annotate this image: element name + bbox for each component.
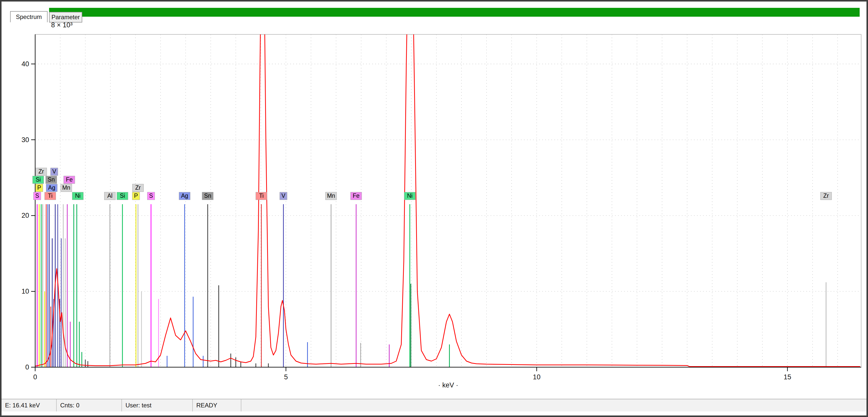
element-label: Si [120, 192, 125, 199]
app-window: 051015010203040· keV ·STiNiPAgMnSiSnFeZr… [0, 0, 868, 417]
element-label: Ni [407, 192, 413, 199]
element-label: S [35, 192, 39, 199]
y-tick-label: 10 [22, 288, 29, 295]
element-label: S [149, 192, 153, 199]
element-label: P [37, 184, 41, 191]
tab-parameter-label: Parameter [51, 14, 80, 21]
y-scale-label: 8 × 10³ [51, 21, 72, 29]
element-label: Si [36, 176, 41, 183]
element-label: Fe [353, 192, 360, 199]
status-counts: Cnts: 0 [57, 399, 122, 411]
element-label: V [282, 192, 286, 199]
element-label: Ti [259, 192, 264, 199]
element-label: Zr [38, 168, 44, 175]
element-label: Zr [135, 184, 141, 191]
tab-spectrum-label: Spectrum [16, 13, 42, 21]
element-label: Ni [75, 192, 81, 199]
status-ready: READY [193, 399, 241, 411]
element-label: Sn [48, 176, 55, 183]
y-tick-label: 30 [22, 136, 29, 143]
status-empty [241, 399, 866, 411]
y-tick-label: 20 [22, 212, 29, 219]
status-energy: E: 16.41 keV [2, 399, 57, 411]
y-tick-label: 0 [25, 363, 29, 371]
element-label: Ag [181, 192, 188, 199]
element-label: Fe [66, 176, 72, 183]
tab-parameter[interactable]: Parameter [49, 12, 82, 23]
element-label: Ag [48, 184, 55, 191]
x-tick-label: 10 [533, 373, 540, 381]
status-bar: E: 16.41 keV Cnts: 0 User: test READY [2, 399, 866, 411]
element-label: Mn [327, 192, 335, 199]
x-tick-label: 5 [284, 373, 288, 381]
element-label: Sn [204, 192, 211, 199]
element-label: Al [107, 192, 112, 199]
status-user: User: test [122, 399, 193, 411]
y-tick-label: 40 [22, 60, 29, 68]
top-green-bar [49, 8, 860, 17]
element-label: P [134, 192, 138, 199]
x-axis-label: · keV · [438, 381, 458, 389]
element-label: Mn [62, 184, 70, 191]
tab-spectrum[interactable]: Spectrum [10, 11, 48, 22]
x-tick-label: 15 [784, 373, 792, 381]
x-tick-label: 0 [33, 373, 37, 381]
spectrum-chart[interactable]: 051015010203040· keV ·STiNiPAgMnSiSnFeZr… [0, 0, 868, 417]
element-label: Ti [48, 192, 52, 199]
element-label: V [52, 168, 56, 175]
element-label: Zr [823, 192, 829, 199]
